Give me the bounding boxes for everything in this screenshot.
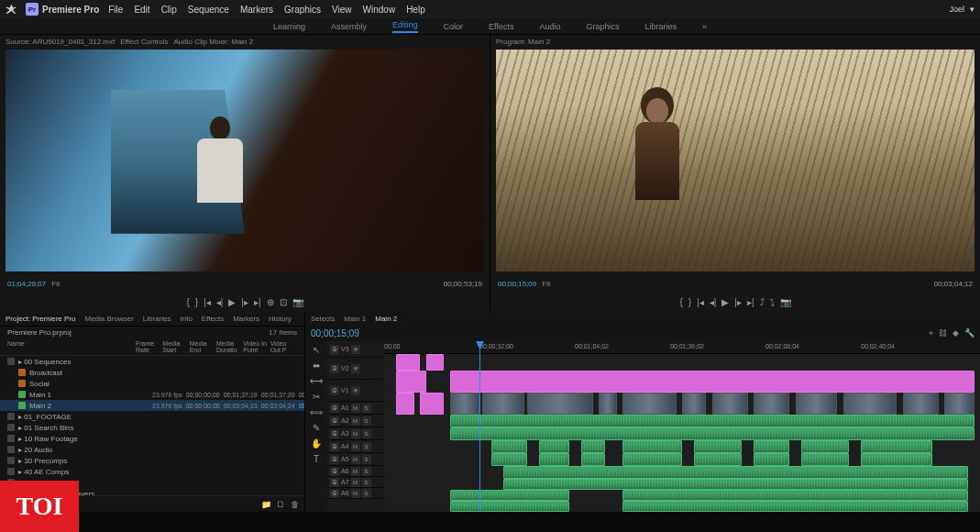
- audio-clip[interactable]: [754, 453, 789, 466]
- workspace-color[interactable]: Color: [444, 22, 464, 31]
- audio-clip[interactable]: [622, 490, 968, 501]
- workspace-learning[interactable]: Learning: [273, 22, 305, 31]
- slip-tool-icon[interactable]: ⟺: [310, 407, 323, 417]
- workspace-overflow-icon[interactable]: »: [702, 22, 707, 31]
- insert-icon[interactable]: ⊕: [267, 297, 274, 307]
- timeline-timecode[interactable]: 00;00;15;09: [311, 328, 359, 338]
- export-frame-icon[interactable]: 📷: [292, 297, 303, 307]
- column-header[interactable]: Frame Rate: [136, 340, 162, 353]
- menu-clip[interactable]: Clip: [161, 5, 177, 15]
- workspace-graphics[interactable]: Graphics: [586, 22, 619, 31]
- project-item[interactable]: ▸ 30 Precomps: [0, 455, 304, 466]
- play-icon[interactable]: ▶: [228, 297, 236, 307]
- clip[interactable]: [396, 354, 420, 371]
- clip[interactable]: [396, 371, 426, 393]
- project-item[interactable]: Social: [0, 378, 304, 389]
- timeline-ruler[interactable]: 00;0000;00;32;0000;01;04;0200;01;36;0200…: [384, 341, 980, 354]
- audio-clip[interactable]: [622, 440, 682, 453]
- wrench-icon[interactable]: 🔧: [964, 328, 974, 338]
- audio-clip[interactable]: [581, 440, 605, 453]
- program-viewer[interactable]: [496, 50, 974, 272]
- source-title[interactable]: Source: ARU9019_0481_312.mxf: [6, 38, 115, 46]
- workspace-audio[interactable]: Audio: [539, 22, 560, 31]
- project-item[interactable]: ▸ 00 Sequences: [0, 356, 304, 367]
- ripple-tool-icon[interactable]: ⟷: [310, 376, 323, 386]
- audio-clip[interactable]: [450, 501, 569, 512]
- hand-tool-icon[interactable]: ✋: [311, 438, 322, 449]
- track-select-icon[interactable]: ⬌: [313, 360, 320, 371]
- audio-clip[interactable]: [450, 427, 974, 440]
- audio-clip[interactable]: [861, 440, 932, 453]
- export-frame-icon[interactable]: 📷: [780, 297, 791, 307]
- playhead[interactable]: [479, 341, 480, 512]
- audio-clip[interactable]: [754, 440, 789, 453]
- new-bin-icon[interactable]: 📁: [261, 500, 271, 509]
- step-back-icon[interactable]: ◂|: [710, 297, 717, 307]
- clip[interactable]: [796, 393, 838, 415]
- menu-help[interactable]: Help: [406, 5, 425, 15]
- clip[interactable]: [396, 393, 414, 415]
- program-title[interactable]: Program: Main 2: [496, 38, 550, 46]
- project-item[interactable]: ▸ 01 Search Bins: [0, 422, 304, 433]
- audio-track-header[interactable]: ⦿A3MS: [327, 427, 384, 440]
- program-zoom[interactable]: Fit: [542, 280, 550, 288]
- project-item[interactable]: Main 123.976 fps00;00;00;0000;01;37;1900…: [0, 389, 304, 400]
- video-track-header[interactable]: ⦿V2👁: [327, 358, 384, 380]
- audio-clip[interactable]: [861, 453, 932, 466]
- project-item[interactable]: ▸ 20 Audio: [0, 444, 304, 455]
- column-header[interactable]: Video Out P: [270, 340, 297, 353]
- menu-edit[interactable]: Edit: [134, 5, 149, 15]
- clip[interactable]: [903, 393, 939, 415]
- mark-in-icon[interactable]: {: [679, 297, 682, 307]
- audio-track-header[interactable]: ⦿A1MS: [327, 402, 384, 415]
- clip[interactable]: [712, 393, 748, 415]
- tab-effect-controls[interactable]: Effect Controls: [120, 38, 168, 46]
- user-info[interactable]: Joel ▾: [949, 5, 974, 14]
- audio-track-header[interactable]: ⦿A6MS: [327, 466, 384, 477]
- workspace-effects[interactable]: Effects: [489, 22, 513, 31]
- trash-icon[interactable]: 🗑: [291, 500, 299, 509]
- audio-clip[interactable]: [450, 490, 569, 501]
- audio-track-header[interactable]: ⦿A4MS: [327, 440, 384, 453]
- sequence-tab[interactable]: Selects: [311, 315, 335, 323]
- audio-clip[interactable]: [694, 440, 742, 453]
- sequence-tab[interactable]: Main 2: [375, 315, 397, 323]
- project-item[interactable]: ▸ 40 AE Comps: [0, 466, 304, 477]
- audio-track-header[interactable]: ⦿A7MS: [327, 477, 384, 488]
- column-header[interactable]: Name: [7, 340, 136, 353]
- snap-icon[interactable]: ⌖: [929, 328, 933, 338]
- play-icon[interactable]: ▶: [721, 297, 729, 307]
- project-list[interactable]: ▸ 00 SequencesBroadcastSocialMain 123.97…: [0, 356, 304, 495]
- column-header[interactable]: Media Start: [162, 340, 189, 353]
- lift-icon[interactable]: ⤴: [760, 297, 765, 307]
- pen-tool-icon[interactable]: ✎: [313, 423, 320, 433]
- clip[interactable]: [754, 393, 789, 415]
- program-tc-out[interactable]: 00;03;04;12: [934, 280, 973, 288]
- menu-view[interactable]: View: [332, 5, 352, 15]
- audio-clip[interactable]: [539, 453, 569, 466]
- mark-out-icon[interactable]: }: [688, 297, 691, 307]
- audio-track-header[interactable]: ⦿A2MS: [327, 415, 384, 427]
- audio-clip[interactable]: [801, 440, 849, 453]
- audio-clip[interactable]: [622, 501, 968, 512]
- mark-out-icon[interactable]: }: [195, 297, 198, 307]
- workspace-editing[interactable]: Editing: [392, 20, 418, 33]
- overwrite-icon[interactable]: ⊡: [280, 297, 287, 307]
- menu-graphics[interactable]: Graphics: [284, 5, 321, 15]
- column-header[interactable]: Media Duratio: [216, 340, 243, 353]
- video-track-header[interactable]: ⦿V1👁: [327, 380, 384, 402]
- razor-tool-icon[interactable]: ✂: [313, 392, 320, 402]
- marker-icon[interactable]: ◆: [952, 328, 959, 338]
- project-item[interactable]: ▸ 01_FOOTAGE: [0, 411, 304, 422]
- audio-clip[interactable]: [622, 453, 682, 466]
- workspace-libraries[interactable]: Libraries: [644, 22, 677, 31]
- step-back-icon[interactable]: ◂|: [216, 297, 224, 307]
- clip[interactable]: [482, 393, 524, 415]
- audio-clip[interactable]: [539, 440, 569, 453]
- step-fwd-icon[interactable]: |▸: [241, 297, 248, 307]
- source-viewer[interactable]: [6, 50, 484, 272]
- clip[interactable]: [426, 354, 445, 371]
- audio-clip[interactable]: [450, 415, 974, 427]
- audio-track-header[interactable]: ⦿A8MS: [327, 488, 384, 499]
- program-tc-in[interactable]: 00;00;15;09: [498, 280, 536, 288]
